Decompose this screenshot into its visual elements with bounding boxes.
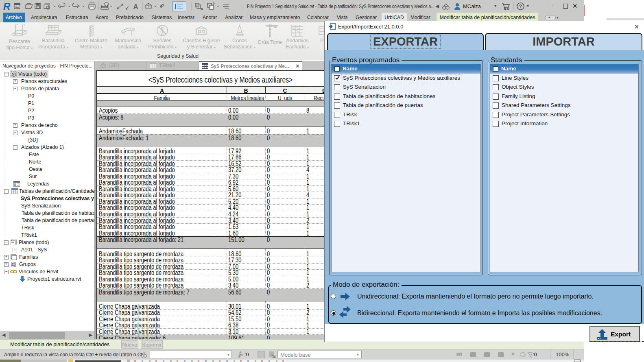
svg-text:A: A	[133, 3, 138, 11]
svg-text:?: ?	[519, 4, 522, 9]
